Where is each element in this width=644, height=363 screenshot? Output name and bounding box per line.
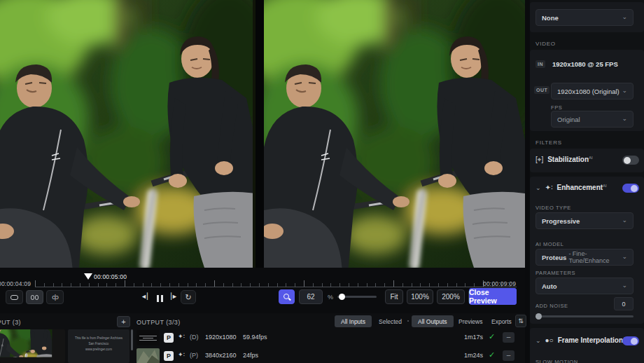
- pause-button[interactable]: [155, 292, 164, 305]
- output-duration: 1m17s: [464, 334, 483, 341]
- frame-interpolation-header[interactable]: ⌄ ●○ Frame InterpolationAI: [536, 336, 627, 344]
- timecode-end: 00:00:09:09: [483, 280, 516, 287]
- frame-interpolation-toggle[interactable]: [622, 336, 639, 345]
- output-row[interactable]: P ✦∶ (P) 3840x2160 24fps 1m24s ✓ –: [136, 348, 518, 363]
- output-resolution-select[interactable]: 1920x1080 (Original) ⌄: [551, 83, 634, 100]
- remove-output-button[interactable]: –: [503, 350, 514, 361]
- settings-panel: None ⌄ VIDEO IN 1920x1080 @ 25 FPS OUT 1…: [530, 0, 644, 363]
- zoom-slider-knob[interactable]: [339, 294, 345, 300]
- add-noise-slider-track[interactable]: [536, 315, 634, 317]
- chevron-down-icon: ⌄: [536, 184, 541, 191]
- timecode-start: 00:00:04:09: [0, 280, 31, 287]
- input-video-spec: 1920x1080 @ 25 FPS: [552, 60, 618, 68]
- video-ai-app: 00:00:04:09 00:00:05:00 00:00:09:09 c|ɔ …: [0, 0, 644, 363]
- input-thumbnail-titlecard[interactable]: This file is from Prelinger Archives San…: [68, 329, 130, 363]
- output-fps: 59.94fps: [243, 334, 267, 341]
- tab-exports[interactable]: Exports: [485, 315, 518, 327]
- tab-all-outputs[interactable]: All Outputs: [412, 315, 454, 327]
- remove-output-button[interactable]: –: [503, 332, 514, 343]
- preset-card: None ⌄: [530, 2, 644, 32]
- stabilization-header: [⌖] StabilizationAI: [536, 156, 593, 164]
- zoom-percent-unit: %: [328, 294, 333, 301]
- view-side-by-side-button[interactable]: [26, 290, 43, 304]
- video-type-select[interactable]: Progressive ⌄: [536, 212, 634, 229]
- split-view-icon: c|ɔ: [52, 294, 57, 301]
- chevron-down-icon: ⌄: [622, 282, 627, 289]
- chevron-down-icon: ⌄: [622, 13, 627, 20]
- step-back-button[interactable]: ◄▏: [141, 293, 152, 300]
- output-resolution-value: 1920x1080 (Original): [557, 88, 620, 95]
- preview-pane-enhanced[interactable]: [264, 0, 525, 268]
- ai-model-select[interactable]: Proteus - Fine-Tune/Enhance ⌄: [536, 249, 634, 266]
- tab-group-divider: [407, 320, 409, 322]
- preview-badge: P: [164, 351, 174, 361]
- ai-model-value: Proteus: [542, 254, 566, 261]
- stabilization-label: StabilizationAI: [547, 156, 593, 163]
- preview-pane-original[interactable]: [0, 0, 255, 268]
- view-split-button[interactable]: c|ɔ: [46, 290, 64, 304]
- titlecard-line: San Francisco: [71, 341, 127, 347]
- zoom-tool-button[interactable]: [279, 289, 295, 304]
- stabilization-toggle[interactable]: [622, 156, 639, 165]
- timecode-playhead: 00:00:05:00: [94, 273, 127, 280]
- loop-play-icon: ↻: [185, 293, 191, 302]
- add-noise-value-box[interactable]: 0: [614, 297, 634, 310]
- video-io-card: IN 1920x1080 @ 25 FPS OUT 1920x1080 (Ori…: [530, 50, 644, 131]
- split-left-icon: [31, 295, 34, 300]
- input-thumbnail-video[interactable]: [0, 329, 65, 363]
- video-section-label: VIDEO: [536, 41, 556, 47]
- parameters-value: Auto: [542, 282, 557, 290]
- add-noise-slider-knob[interactable]: [536, 313, 542, 320]
- frame-interpolation-label: Frame InterpolationAI: [558, 336, 627, 344]
- video-type-value: Progressive: [542, 217, 580, 225]
- out-badge: OUT: [534, 86, 550, 94]
- loop-play-button[interactable]: ↻: [181, 290, 196, 304]
- zoom-percent-input[interactable]: 62: [299, 289, 323, 304]
- chevron-down-icon: ⌄: [536, 337, 541, 344]
- add-input-button[interactable]: +: [117, 316, 130, 327]
- file-panel: INPUT (3) + This file is from Prelinger …: [0, 313, 525, 363]
- output-thumbnail: [136, 348, 160, 363]
- preview-divider: [255, 0, 264, 268]
- output-resolution: 3840x2160: [205, 352, 237, 359]
- enhancement-icon: ✦∶: [178, 333, 185, 340]
- enhancement-toggle[interactable]: [622, 184, 639, 193]
- tab-all-inputs[interactable]: All Inputs: [335, 315, 372, 327]
- slow-motion-label: SLOW MOTION: [536, 359, 578, 363]
- tab-selected[interactable]: Selected: [372, 315, 408, 327]
- view-single-button[interactable]: [6, 290, 23, 304]
- enhancement-icon: ✦∶: [178, 351, 185, 358]
- input-list-scrollbar[interactable]: [131, 329, 133, 350]
- output-duration: 1m24s: [464, 352, 483, 359]
- fps-select[interactable]: Original ⌄: [551, 111, 634, 128]
- chevron-down-icon: ⌄: [622, 253, 627, 260]
- parameters-label: PARAMETERS: [536, 270, 575, 276]
- add-noise-label: ADD NOISE: [536, 303, 568, 309]
- sort-button[interactable]: ⇅: [515, 315, 526, 327]
- enhancement-card: ⌄ ✦∶ EnhancementAI VIDEO TYPE Progressiv…: [530, 177, 644, 324]
- preview-badge: P: [164, 333, 174, 343]
- parameters-select[interactable]: Auto ⌄: [536, 278, 634, 294]
- fps-value: Original: [557, 116, 580, 123]
- split-right-icon: [35, 295, 38, 300]
- preset-select[interactable]: None ⌄: [536, 9, 634, 26]
- timeline: 00:00:04:09 00:00:05:00 00:00:09:09 c|ɔ …: [0, 268, 525, 313]
- output-thumbnail: [136, 330, 160, 345]
- sort-icon: ⇅: [518, 317, 524, 324]
- output-row[interactable]: P ✦∶ (D) 1920x1080 59.94fps 1m17s ✓ –: [136, 330, 518, 348]
- playhead[interactable]: [84, 273, 92, 280]
- close-preview-button[interactable]: Close Preview: [469, 288, 517, 305]
- stabilization-icon: [⌖]: [536, 156, 543, 164]
- titlecard-line: This file is from Prelinger Archives: [71, 336, 127, 341]
- enhancement-header[interactable]: ⌄ ✦∶ EnhancementAI: [536, 184, 607, 191]
- tab-previews[interactable]: Previews: [452, 315, 489, 327]
- zoom-200-button[interactable]: 200%: [437, 289, 465, 304]
- timeline-ruler[interactable]: [35, 280, 517, 287]
- output-tag: (D): [190, 334, 199, 341]
- frame-interpolation-icon: ●○: [545, 336, 554, 344]
- zoom-100-button[interactable]: 100%: [407, 289, 433, 304]
- chevron-down-icon: ⌄: [622, 87, 627, 94]
- preset-value: None: [542, 14, 559, 22]
- step-forward-button[interactable]: ▕►: [167, 293, 178, 300]
- fit-button[interactable]: Fit: [385, 289, 403, 304]
